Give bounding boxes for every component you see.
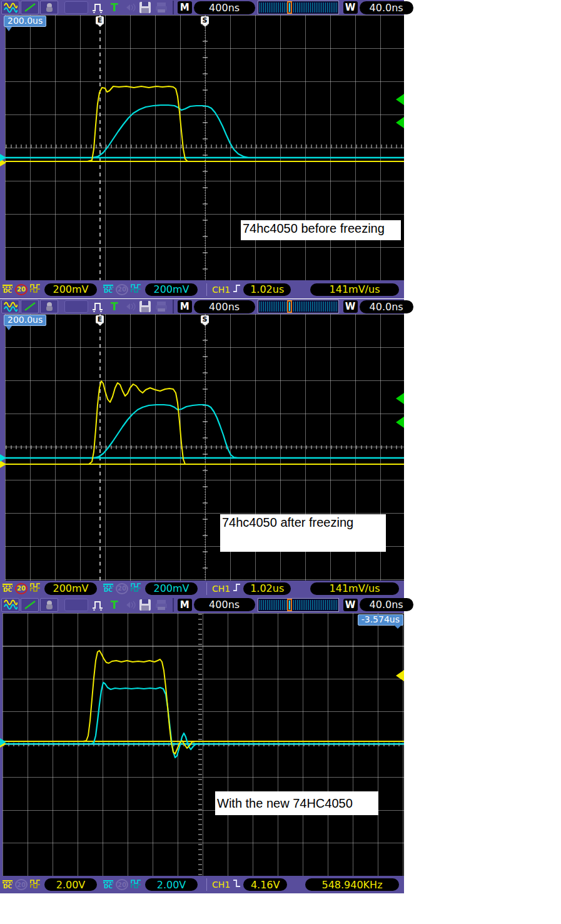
ch1-scale-pill[interactable]: 2.00V	[44, 878, 97, 891]
cursor-s-flag[interactable]: S	[201, 16, 209, 24]
ch2-probe-badge[interactable]: 20	[116, 583, 128, 594]
main-timebase-badge: M	[178, 300, 192, 313]
ch1-coupling-icon[interactable]: DC	[3, 584, 13, 593]
trigger-source-label: CH1	[212, 880, 230, 890]
channel-position-arrow[interactable]	[0, 738, 6, 746]
ch2-coupling-icon[interactable]: DC	[103, 584, 113, 593]
acquisition-preview[interactable]	[258, 598, 339, 612]
preview-cursor[interactable]	[287, 300, 292, 313]
window-timebase-badge: W	[343, 599, 358, 611]
left-channel-strip	[0, 15, 5, 280]
ch1-coupling-icon[interactable]: DC	[3, 285, 13, 294]
preview-cursor[interactable]	[287, 1, 292, 14]
level-marker-arrow[interactable]	[396, 94, 404, 105]
ch1-probe-badge[interactable]: 20	[15, 879, 28, 890]
trigger-source-label: CH1	[212, 584, 230, 594]
graticule-screen: -3.574us With the new 74HC4050	[0, 613, 404, 876]
level-marker-arrow[interactable]	[396, 417, 404, 428]
measurement-pill[interactable]: 141mV/us	[310, 582, 399, 595]
channel-waves-button[interactable]	[1, 598, 19, 612]
trigger-t-icon[interactable]: T	[111, 2, 118, 13]
ch1-coupling-icon[interactable]: DC	[3, 880, 13, 890]
left-channel-strip	[0, 314, 5, 581]
ch1-probe-badge[interactable]: 20	[15, 284, 28, 295]
window-timebase-badge: W	[343, 1, 358, 14]
status-divider	[206, 878, 207, 891]
level-marker-arrow[interactable]	[396, 393, 404, 404]
timebase-pill[interactable]: 400ns	[194, 300, 255, 313]
cursor-e-flag[interactable]: E	[96, 315, 104, 323]
slope-line-button[interactable]	[21, 300, 39, 313]
channel-waves-button[interactable]	[1, 1, 19, 14]
status-bar: DC 20 200mV DC 20 200mV CH1 1.02us 141mV…	[0, 581, 404, 596]
empty-toolbar-slot	[64, 300, 88, 313]
delay-time-tag: 200.0us	[4, 16, 46, 27]
print-icon	[154, 599, 168, 611]
save-icon[interactable]	[138, 1, 152, 14]
sound-icon	[122, 3, 136, 12]
timebase-pill[interactable]: 400ns	[194, 598, 255, 611]
cursor-s-flag[interactable]: S	[201, 315, 209, 323]
scope-toolbar: T M 400ns W 40.0ns	[0, 0, 404, 15]
window-timebase-pill[interactable]: 40.0ns	[360, 598, 413, 611]
timebase-pill[interactable]: 400ns	[194, 1, 255, 14]
delay-time-tag: -3.574us	[358, 614, 403, 626]
acquisition-preview[interactable]	[258, 1, 339, 14]
status-bar: DC 20 2.00V DC 20 2.00V CH1 4.16V 548.94…	[0, 876, 404, 893]
ch1-scale-pill[interactable]: 200mV	[44, 582, 97, 595]
pulse-icon[interactable]	[91, 599, 107, 611]
ch2-coupling-icon[interactable]: DC	[103, 880, 113, 890]
ch2-probe-badge[interactable]: 20	[116, 879, 128, 890]
save-icon[interactable]	[138, 300, 152, 313]
scope-toolbar: T M 400ns W 40.0ns	[0, 596, 404, 613]
channel-position-arrow[interactable]	[0, 454, 6, 462]
status-bar: DC 20 200mV DC 20 200mV CH1 1.02us 141mV…	[0, 280, 404, 298]
save-icon[interactable]	[138, 599, 152, 611]
channel-waves-button[interactable]	[1, 300, 19, 313]
pulse-icon[interactable]	[91, 1, 107, 14]
oscilloscope-capture-new-chip: T M 400ns W 40.0ns -3.574us With the new…	[0, 596, 404, 893]
measurement-pill[interactable]: 548.940KHz	[305, 878, 399, 891]
trigger-source-label: CH1	[212, 285, 230, 295]
acquisition-preview[interactable]	[258, 300, 339, 313]
trigger-value-pill[interactable]: 1.02us	[243, 582, 291, 595]
delay-time-tag: 200.0us	[4, 315, 46, 326]
main-timebase-badge: M	[178, 599, 192, 611]
ch2-coupling-icon[interactable]: DC	[103, 285, 113, 294]
hand-tool-button[interactable]	[40, 1, 58, 14]
measurement-pill[interactable]: 141mV/us	[310, 283, 399, 296]
sound-icon	[122, 302, 136, 311]
channel-position-arrow[interactable]	[0, 154, 6, 161]
trigger-value-pill[interactable]: 1.02us	[243, 283, 291, 296]
preview-cursor[interactable]	[287, 599, 292, 611]
cursor-e-flag[interactable]: E	[96, 16, 104, 24]
slope-line-button[interactable]	[21, 1, 39, 14]
hand-tool-button[interactable]	[40, 598, 58, 612]
pulse-icon[interactable]	[91, 300, 107, 313]
slope-line-button[interactable]	[21, 598, 39, 612]
ch1-probe-badge[interactable]: 20	[15, 583, 28, 594]
trigger-value-pill[interactable]: 4.16V	[243, 878, 287, 891]
ch2-scale-pill[interactable]: 200mV	[145, 582, 198, 595]
hand-icon	[44, 3, 54, 13]
ch2-squarewave-icon	[131, 582, 143, 594]
window-timebase-pill[interactable]: 40.0ns	[360, 1, 413, 14]
ch2-scale-pill[interactable]: 2.00V	[145, 878, 198, 891]
hand-tool-button[interactable]	[40, 300, 58, 313]
level-marker-arrow[interactable]	[396, 117, 404, 128]
annotation-label: With the new 74HC4050	[215, 791, 378, 815]
trigger-t-icon[interactable]: T	[111, 599, 118, 611]
ch1-squarewave-icon	[30, 582, 42, 594]
ch2-squarewave-icon	[131, 283, 143, 295]
ch1-scale-pill[interactable]: 200mV	[44, 283, 97, 296]
ch2-probe-badge[interactable]: 20	[116, 284, 128, 295]
annotation-label: 74hc4050 before freezing	[241, 220, 401, 240]
hand-icon	[44, 600, 54, 610]
status-divider	[206, 283, 207, 296]
trigger-t-icon[interactable]: T	[111, 301, 118, 312]
oscilloscope-capture-after-freezing: T M 400ns W 40.0ns 200.0us E S 74hc4050 …	[0, 299, 404, 596]
window-timebase-pill[interactable]: 40.0ns	[360, 300, 413, 313]
toolbar-divider	[173, 598, 174, 612]
level-marker-arrow[interactable]	[396, 670, 404, 681]
ch2-scale-pill[interactable]: 200mV	[145, 283, 198, 296]
